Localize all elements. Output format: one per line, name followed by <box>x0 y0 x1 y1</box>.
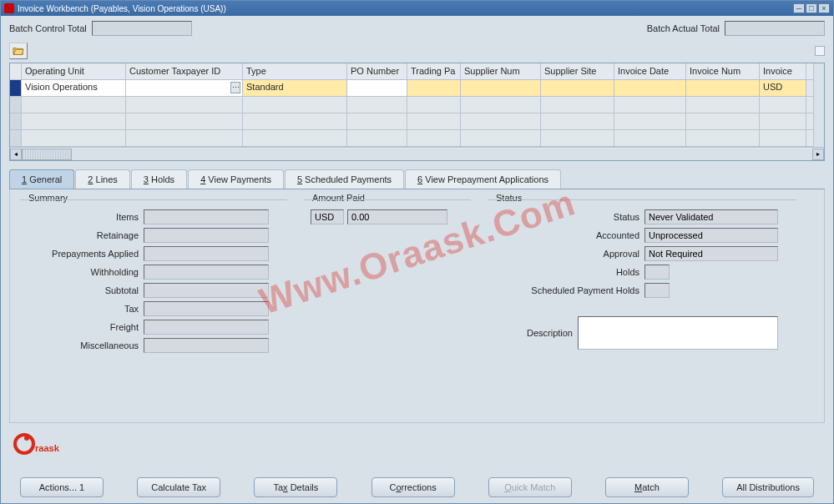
horizontal-scrollbar[interactable]: ◂ ▸ <box>10 147 824 160</box>
col-po-number[interactable]: PO Number <box>347 63 407 80</box>
table-row <box>10 113 824 130</box>
col-overflow <box>806 63 814 80</box>
oracle-icon <box>4 3 14 13</box>
invoice-grid: Operating Unit Customer Taxpayer ID Type… <box>9 63 825 161</box>
tab-holds[interactable]: 3 Holds <box>131 169 187 189</box>
cell-customer-taxpayer[interactable]: ⋯ <box>126 80 243 97</box>
window-title: Invoice Workbench (Payables, Vision Oper… <box>18 4 793 13</box>
quick-match-button: Quick Match <box>488 477 572 497</box>
scroll-right-button[interactable]: ▸ <box>812 149 824 160</box>
col-supplier-site[interactable]: Supplier Site <box>541 63 614 80</box>
grid-body: Vision Operations ⋯ Standard USD <box>10 80 824 147</box>
scroll-left-button[interactable]: ◂ <box>10 149 22 160</box>
oraask-logo: raask <box>13 429 59 457</box>
cell-trading-pa[interactable] <box>407 80 461 97</box>
batch-control-field[interactable] <box>92 21 192 36</box>
lov-button[interactable]: ⋯ <box>230 82 240 93</box>
cell-invoice[interactable]: USD <box>760 80 806 97</box>
cell-supplier-site[interactable] <box>541 80 614 97</box>
table-row[interactable]: Vision Operations ⋯ Standard USD <box>10 80 824 97</box>
col-customer-taxpayer[interactable]: Customer Taxpayer ID <box>126 63 243 80</box>
corrections-button[interactable]: Corrections <box>372 477 455 497</box>
table-row <box>10 97 824 113</box>
col-type[interactable]: Type <box>243 63 347 80</box>
cell-supplier-num[interactable] <box>461 80 541 97</box>
grid-corner-checkbox[interactable] <box>815 46 825 56</box>
close-button[interactable]: × <box>818 3 830 13</box>
tab-general[interactable]: 1 General <box>9 169 74 189</box>
status-section: Status StatusNever Validated AccountedUn… <box>488 199 796 363</box>
batch-control-label: Batch Control Total <box>9 23 87 33</box>
col-supplier-num[interactable]: Supplier Num <box>461 63 541 80</box>
amount-paid-section: Amount Paid USD 0.00 <box>304 199 471 363</box>
cell-invoice-num[interactable] <box>686 80 760 97</box>
tax-details-button[interactable]: Tax Details <box>254 477 337 497</box>
table-row <box>10 130 824 147</box>
tab-bar: 1 General 2 Lines 3 Holds 4 View Payment… <box>9 169 825 189</box>
titlebar: Invoice Workbench (Payables, Vision Oper… <box>1 1 833 16</box>
content-area: Batch Control Total Batch Actual Total O… <box>1 16 833 428</box>
col-invoice-num[interactable]: Invoice Num <box>686 63 760 80</box>
cell-type[interactable]: Standard <box>243 80 347 97</box>
grid-toolbar <box>9 43 825 59</box>
minimize-button[interactable]: ─ <box>793 3 805 13</box>
action-button-row: Actions... 1 Calculate Tax Tax Details C… <box>0 477 834 497</box>
tab-view-payments[interactable]: 4 View Payments <box>188 169 284 189</box>
folder-open-icon <box>13 45 24 57</box>
grid-header: Operating Unit Customer Taxpayer ID Type… <box>10 63 824 80</box>
all-distributions-button[interactable]: All Distributions <box>722 477 814 497</box>
row-selector[interactable] <box>10 80 22 97</box>
scroll-thumb[interactable] <box>22 149 72 160</box>
cell-operating-unit[interactable]: Vision Operations <box>22 80 126 97</box>
app-window: Invoice Workbench (Payables, Vision Oper… <box>0 0 834 504</box>
cell-po-number[interactable] <box>347 80 407 97</box>
cell-invoice-date[interactable] <box>614 80 686 97</box>
tab-view-prepayment[interactable]: 6 View Prepayment Applications <box>405 169 561 189</box>
logo-o-icon <box>13 433 35 455</box>
general-panel: Summary Items Retainage Prepayments Appl… <box>9 189 825 423</box>
batch-totals-row: Batch Control Total Batch Actual Total <box>9 21 825 36</box>
folder-open-button[interactable] <box>9 43 28 59</box>
row-selector-header <box>10 63 22 80</box>
batch-actual-label: Batch Actual Total <box>647 23 720 33</box>
summary-section: Summary Items Retainage Prepayments Appl… <box>20 199 287 363</box>
tab-scheduled-payments[interactable]: 5 Scheduled Payments <box>285 169 404 189</box>
batch-actual-field[interactable] <box>725 21 825 36</box>
match-button[interactable]: Match <box>605 477 689 497</box>
col-invoice-date[interactable]: Invoice Date <box>614 63 686 80</box>
actions-button[interactable]: Actions... 1 <box>20 477 104 497</box>
calculate-tax-button[interactable]: Calculate Tax <box>137 477 220 497</box>
col-invoice[interactable]: Invoice <box>760 63 806 80</box>
tab-lines[interactable]: 2 Lines <box>75 169 129 189</box>
maximize-button[interactable]: □ <box>806 3 817 13</box>
col-operating-unit[interactable]: Operating Unit <box>22 63 126 80</box>
col-trading-pa[interactable]: Trading Pa <box>407 63 461 80</box>
